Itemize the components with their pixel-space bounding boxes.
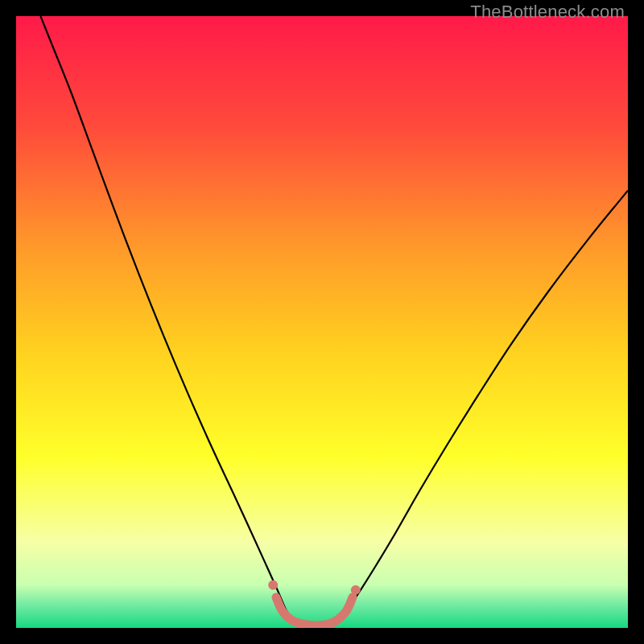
watermark-text: TheBottleneck.com: [470, 2, 625, 23]
chart-frame: [16, 16, 628, 628]
chart-background-gradient: [16, 16, 628, 628]
valley-marker-left: [268, 580, 278, 590]
valley-marker-right: [351, 585, 361, 595]
bottleneck-chart: [16, 16, 628, 628]
